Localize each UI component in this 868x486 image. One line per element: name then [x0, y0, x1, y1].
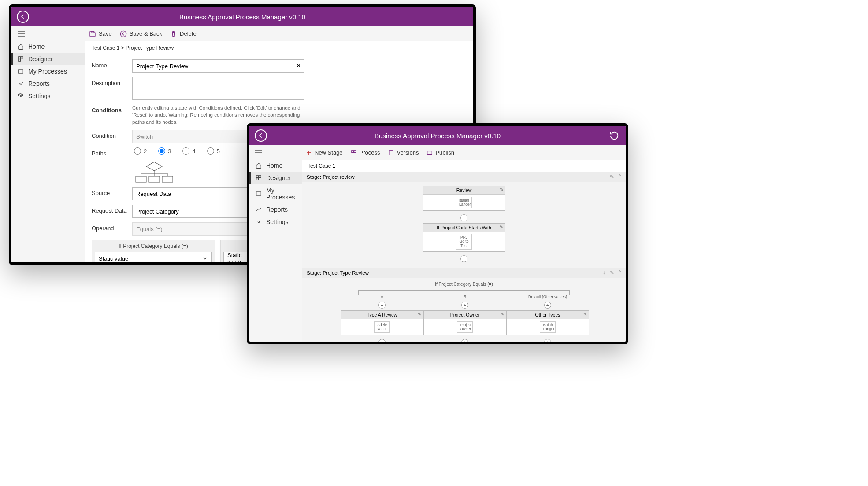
save-back-button[interactable]: Save & Back [120, 30, 162, 37]
clear-icon[interactable]: ✕ [296, 62, 301, 70]
svg-rect-18 [162, 176, 173, 182]
conditions-hint: Currently editing a stage with Condition… [132, 104, 304, 125]
svg-point-26 [258, 221, 260, 223]
name-input[interactable] [132, 59, 304, 73]
sidebar-label: Designer [28, 55, 53, 63]
delete-button[interactable]: Delete [170, 30, 197, 37]
hamburger-icon[interactable] [11, 28, 85, 40]
save-back-label: Save & Back [130, 30, 162, 37]
breadcrumb: Test Case 1 > Project Type Review [85, 41, 473, 55]
sidebar: Home Designer My Processes Reports Setti… [11, 26, 85, 262]
condition-label: Condition [92, 130, 132, 139]
sidebar-label: Home [28, 43, 45, 50]
svg-point-7 [20, 95, 22, 97]
titlebar: Business Approval Process Manager v0.10 [249, 126, 626, 145]
sidebar-item-settings[interactable]: Settings [249, 216, 302, 228]
add-node-button[interactable]: + [544, 302, 551, 309]
breadcrumb: Test Case 1 [302, 160, 626, 172]
stage-title: Stage: Project review [307, 174, 355, 180]
add-node-button[interactable]: + [461, 339, 468, 342]
edit-icon[interactable]: ✎ [610, 174, 614, 180]
sidebar-item-my-processes[interactable]: My Processes [249, 184, 302, 203]
new-stage-button[interactable]: New Stage [306, 149, 343, 156]
description-label: Description [92, 77, 132, 86]
pencil-icon[interactable]: ✎ [500, 225, 503, 229]
svg-rect-32 [427, 151, 432, 154]
delete-label: Delete [180, 30, 197, 37]
sidebar-item-reports[interactable]: Reports [11, 77, 85, 90]
sidebar-label: Reports [28, 80, 50, 87]
svg-rect-3 [19, 57, 21, 59]
sidebar-item-home[interactable]: Home [11, 40, 85, 53]
stage-title: Stage: Project Type Review [307, 270, 369, 276]
edit-icon[interactable]: ✎ [610, 270, 614, 276]
add-node-button[interactable]: + [378, 302, 386, 309]
description-input[interactable] [132, 77, 304, 100]
paths-radio-3[interactable]: 3 [158, 147, 171, 155]
stage-card-condition[interactable]: If Project Code Starts With✎ PRJ Go to T… [423, 223, 505, 252]
refresh-button[interactable] [608, 129, 620, 142]
assignee-chip: Isaiah Langer [456, 197, 472, 209]
branch-default: Default (Other values) + Other Types✎ Is… [506, 295, 589, 342]
stage-card[interactable]: Type A Review✎ Adele Vance [341, 310, 423, 335]
svg-rect-23 [259, 176, 261, 178]
toolbar: Save Save & Back Delete [85, 26, 473, 41]
pencil-icon[interactable]: ✎ [500, 187, 503, 192]
sidebar-item-reports[interactable]: Reports [249, 203, 302, 216]
back-button[interactable] [17, 11, 29, 23]
condition-chip: PRJ Go to Test [456, 234, 472, 250]
save-button[interactable]: Save [89, 30, 112, 37]
sidebar: Home Designer My Processes Reports Setti… [249, 145, 302, 342]
sidebar-item-settings[interactable]: Settings [11, 90, 85, 102]
paths-label: Paths [92, 147, 132, 157]
add-node-button[interactable]: + [461, 302, 468, 309]
stage-project-review: Stage: Project review ✎ ˄ Review✎ Isaiah… [302, 172, 626, 268]
add-node-button[interactable]: + [460, 214, 467, 221]
svg-rect-30 [354, 150, 356, 152]
svg-marker-10 [146, 162, 162, 171]
paths-radio-4[interactable]: 4 [182, 147, 195, 155]
pencil-icon[interactable]: ✎ [418, 312, 421, 317]
path-type-select-1[interactable]: Static value [95, 252, 212, 262]
app-title: Business Approval Process Manager v0.10 [375, 132, 501, 140]
titlebar: Business Approval Process Manager v0.10 [11, 7, 473, 26]
request-data-label: Request Data [92, 205, 132, 214]
sidebar-item-home[interactable]: Home [249, 159, 302, 172]
versions-button[interactable]: Versions [388, 149, 419, 156]
paths-radio-group: 2 3 4 5 [132, 147, 220, 155]
svg-rect-24 [256, 178, 259, 180]
add-node-button[interactable]: + [378, 339, 386, 342]
pencil-icon[interactable]: ✎ [583, 312, 587, 317]
sidebar-item-my-processes[interactable]: My Processes [11, 65, 85, 77]
sidebar-label: Settings [28, 92, 51, 99]
svg-point-9 [120, 31, 126, 37]
collapse-icon[interactable]: ˄ [619, 270, 621, 276]
branch-a: A + Type A Review✎ Adele Vance + [341, 295, 423, 342]
svg-rect-29 [351, 150, 353, 152]
stage-actions: ✎ ˄ [610, 174, 621, 180]
sidebar-item-designer[interactable]: Designer [249, 172, 302, 184]
paths-radio-5[interactable]: 5 [207, 147, 220, 155]
collapse-icon[interactable]: ˄ [619, 174, 621, 180]
publish-button[interactable]: Publish [427, 149, 454, 156]
pencil-icon[interactable]: ✎ [501, 312, 504, 317]
hamburger-icon[interactable] [249, 147, 302, 159]
sidebar-item-designer[interactable]: Designer [11, 53, 85, 65]
svg-rect-25 [256, 192, 261, 195]
window-process-canvas: Business Approval Process Manager v0.10 … [247, 123, 628, 344]
canvas-main: New Stage Process Versions Publish Test … [302, 145, 626, 342]
app-title: Business Approval Process Manager v0.10 [179, 13, 305, 21]
add-node-button[interactable]: + [460, 255, 467, 262]
add-node-button[interactable]: + [544, 339, 551, 342]
stage-card-review[interactable]: Review✎ Isaiah Langer [423, 186, 505, 211]
stage-card[interactable]: Project Owner✎ Project Owner [423, 310, 506, 335]
toolbar: New Stage Process Versions Publish [302, 145, 626, 160]
process-button[interactable]: Process [351, 149, 380, 156]
svg-rect-31 [389, 150, 393, 155]
down-icon[interactable]: ↓ [603, 270, 605, 276]
svg-rect-16 [136, 176, 146, 182]
paths-radio-2[interactable]: 2 [134, 147, 147, 155]
svg-rect-17 [149, 176, 160, 182]
back-button[interactable] [255, 129, 267, 142]
stage-card[interactable]: Other Types✎ Isaiah Langer [506, 310, 589, 335]
